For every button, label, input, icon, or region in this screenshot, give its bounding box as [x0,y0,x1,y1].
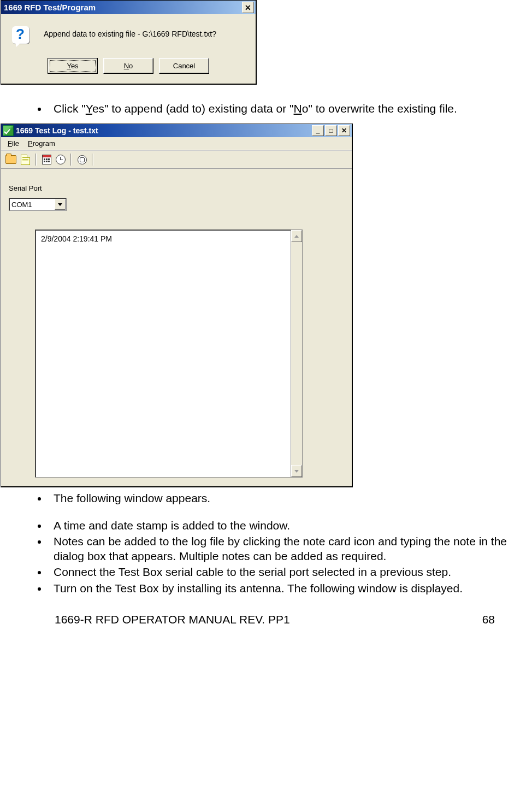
bullet-item: Notes can be added to the log file by cl… [48,534,510,564]
toolbar-separator [35,154,37,166]
window-title: 1669 Test Log - test.txt [16,126,311,135]
minimize-icon[interactable]: _ [312,125,324,136]
toolbar [1,150,352,169]
menubar: File Program [1,137,352,150]
maximize-icon[interactable]: □ [325,125,337,136]
footer-title: 1669-R RFD OPERATOR MANUAL REV. PP1 [55,613,290,626]
serial-port-combo[interactable]: COM1 [9,198,67,211]
bullet-item: Connect the Test Box serial cable to the… [48,564,510,579]
bullet-click-yes-no: Click "Yes" to append (add to) existing … [48,101,510,116]
append-dialog: 1669 RFD Test/Program ✕ ? Append data to… [1,0,257,85]
date-icon[interactable] [40,153,53,166]
instruction-text: Click "Yes" to append (add to) existing … [0,85,532,122]
scroll-up-icon[interactable] [291,230,302,242]
question-icon: ? [10,25,33,48]
bullet-item: Turn on the Test Box by installing its a… [48,581,510,596]
dialog-titlebar: 1669 RFD Test/Program ✕ [1,1,256,14]
close-icon[interactable]: ✕ [242,2,254,13]
stop-icon[interactable] [75,153,88,166]
menu-program[interactable]: Program [23,138,60,149]
scroll-down-icon[interactable] [291,465,302,477]
toolbar-separator [92,154,93,166]
chevron-down-icon[interactable] [55,199,66,210]
instruction-list: The following window appears. A time and… [0,487,532,596]
dialog-title: 1669 RFD Test/Program [3,3,242,12]
toolbar-separator [70,154,72,166]
log-textarea[interactable]: 2/9/2004 2:19:41 PM [35,229,291,478]
close-icon[interactable]: ✕ [338,125,350,136]
serial-port-value: COM1 [11,201,32,209]
test-log-window: 1669 Test Log - test.txt _ □ ✕ File Prog… [1,123,353,487]
clock-icon[interactable] [54,153,67,166]
page-number: 68 [482,613,495,626]
page-footer: 1669-R RFD OPERATOR MANUAL REV. PP1 68 [0,597,532,632]
cancel-button[interactable]: Cancel [159,58,209,74]
bullet-item: A time and date stamp is added to the wi… [48,518,510,533]
no-button[interactable]: No [103,58,153,74]
log-entry: 2/9/2004 2:19:41 PM [41,234,285,243]
window-titlebar: 1669 Test Log - test.txt _ □ ✕ [1,124,352,137]
yes-button[interactable]: Yes [48,58,98,74]
bullet-item: The following window appears. [48,491,510,505]
dialog-message: Append data to existing file - G:\1669 R… [44,25,216,38]
note-icon[interactable] [19,153,32,166]
menu-file[interactable]: File [3,138,23,149]
serial-port-label: Serial Port [9,184,345,192]
open-icon[interactable] [4,153,17,166]
app-icon [3,125,14,136]
scrollbar[interactable] [291,229,303,478]
